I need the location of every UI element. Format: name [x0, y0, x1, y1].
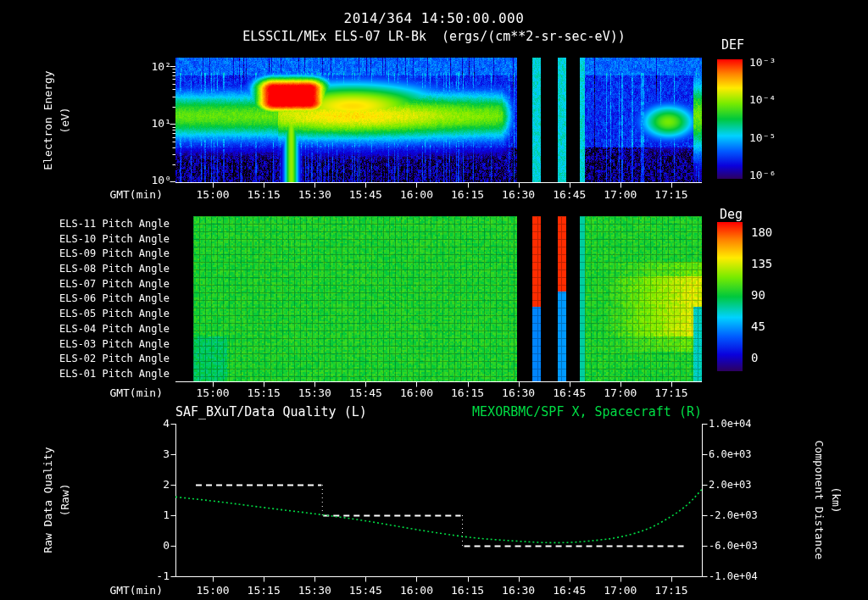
plot-page: 2014/364 14:50:00.000 ELSSCIL/MEx ELS-07…	[0, 0, 868, 600]
electron-energy-axis-label: Electron Energy	[42, 53, 55, 188]
pitch-row-label: ELS-04 Pitch Angle	[47, 323, 170, 335]
flux-units-label: (ergs/(cm**2-sr-sec-eV))	[442, 29, 626, 44]
x-tick-label: 15:15	[238, 584, 289, 597]
x-tick-label: 17:00	[595, 188, 646, 202]
deg-cbar-tick-label: 135	[751, 257, 793, 270]
x-tick-label: 15:00	[187, 386, 238, 400]
x-tick-label: 15:30	[289, 188, 340, 202]
def-colorbar-title: DEF	[721, 37, 744, 53]
left-ytick-label: 3	[146, 447, 170, 461]
gmt-axis-label: GMT(min)	[85, 188, 163, 202]
pitch-row-label: ELS-11 Pitch Angle	[47, 218, 170, 230]
x-tick-label: 16:45	[544, 584, 595, 597]
left-ytick-label: 2	[146, 478, 170, 492]
raw-units-label: (Raw)	[58, 432, 72, 568]
x-tick-label: 16:15	[442, 188, 493, 202]
deg-colorbar	[717, 222, 743, 371]
left-ytick-label: 1	[146, 508, 170, 522]
right-ytick-label: 1.0e+04	[709, 417, 770, 431]
pitch-angle-heatmap	[175, 216, 702, 381]
right-ytick-label: -6.0e+03	[709, 539, 770, 553]
x-tick-label: 16:30	[493, 584, 544, 597]
instrument-label: ELSSCIL/MEx ELS-07 LR-Bk	[242, 29, 426, 44]
x-tick-label: 17:15	[646, 584, 697, 597]
left-ytick-label: 0	[146, 539, 170, 553]
gmt-axis-label: GMT(min)	[85, 584, 163, 597]
electron-energy-spectrogram	[175, 58, 702, 182]
x-tick-label: 17:15	[646, 386, 697, 400]
x-tick-label: 15:00	[187, 188, 238, 202]
pitch-row-label: ELS-09 Pitch Angle	[47, 247, 170, 259]
component-distance-axis-label: Component Distance	[812, 424, 826, 576]
def-colorbar	[717, 59, 743, 179]
x-tick-label: 15:45	[340, 386, 391, 400]
deg-cbar-tick-label: 45	[751, 319, 793, 333]
pitch-row-label: ELS-02 Pitch Angle	[47, 353, 170, 364]
pitch-row-label: ELS-07 Pitch Angle	[47, 278, 170, 290]
pitch-row-label: ELS-05 Pitch Angle	[47, 308, 170, 319]
x-tick-label: 15:00	[187, 584, 238, 597]
x-tick-label: 16:15	[442, 386, 493, 400]
deg-cbar-tick-label: 180	[751, 225, 793, 239]
def-cbar-tick-label: 10⁻⁵	[749, 131, 800, 145]
x-tick-label: 15:30	[289, 584, 340, 597]
right-ytick-label: 2.0e+03	[709, 478, 770, 492]
pitch-row-label: ELS-03 Pitch Angle	[47, 338, 170, 350]
pitch-row-label: ELS-10 Pitch Angle	[47, 233, 170, 245]
x-tick-label: 15:45	[340, 584, 391, 597]
left-ytick-label: -1	[146, 569, 170, 583]
x-tick-label: 16:00	[391, 188, 442, 202]
deg-cbar-tick-label: 0	[751, 351, 793, 364]
quality-left-title: SAF_BXuT/Data Quality (L)	[175, 404, 367, 419]
right-ytick-label: -1.0e+04	[709, 569, 770, 583]
x-tick-label: 16:45	[544, 386, 595, 400]
x-tick-label: 15:45	[340, 188, 391, 202]
timeseries-plot	[175, 424, 702, 577]
x-tick-label: 16:00	[391, 386, 442, 400]
def-cbar-tick-label: 10⁻⁶	[749, 169, 800, 182]
spacecraft-right-title: MEXORBMC/SPF X, Spacecraft (R)	[424, 404, 702, 419]
timestamp-title: 2014/364 14:50:00.000	[0, 10, 868, 26]
deg-colorbar-title: Deg	[720, 207, 743, 222]
x-tick-label: 16:30	[493, 188, 544, 202]
deg-cbar-tick-label: 90	[751, 288, 793, 302]
raw-quality-axis-label: Raw Data Quality	[42, 432, 55, 568]
right-ytick-label: 6.0e+03	[709, 447, 770, 461]
x-tick-label: 16:00	[391, 584, 442, 597]
right-ytick-label: -2.0e+03	[709, 508, 770, 522]
spec-ytick-label: 10²	[132, 60, 171, 74]
pitch-row-label: ELS-01 Pitch Angle	[47, 368, 170, 380]
x-tick-label: 17:00	[595, 584, 646, 597]
ev-units-label: (eV)	[58, 53, 72, 188]
spec-ytick-label: 10¹	[132, 117, 171, 131]
x-tick-label: 17:15	[646, 188, 697, 202]
left-ytick-label: 4	[146, 417, 170, 431]
km-units-label: (km)	[829, 424, 843, 576]
spec-ytick-label: 10⁰	[132, 174, 171, 187]
def-cbar-tick-label: 10⁻⁴	[749, 93, 800, 107]
def-cbar-tick-label: 10⁻³	[749, 56, 800, 69]
x-tick-label: 17:00	[595, 386, 646, 400]
x-tick-label: 16:45	[544, 188, 595, 202]
gmt-axis-label: GMT(min)	[85, 386, 163, 400]
x-tick-label: 15:15	[238, 188, 289, 202]
x-tick-label: 16:30	[493, 386, 544, 400]
pitch-row-label: ELS-06 Pitch Angle	[47, 292, 170, 304]
x-tick-label: 16:15	[442, 584, 493, 597]
x-tick-label: 15:30	[289, 386, 340, 400]
x-tick-label: 15:15	[238, 386, 289, 400]
pitch-row-label: ELS-08 Pitch Angle	[47, 263, 170, 275]
